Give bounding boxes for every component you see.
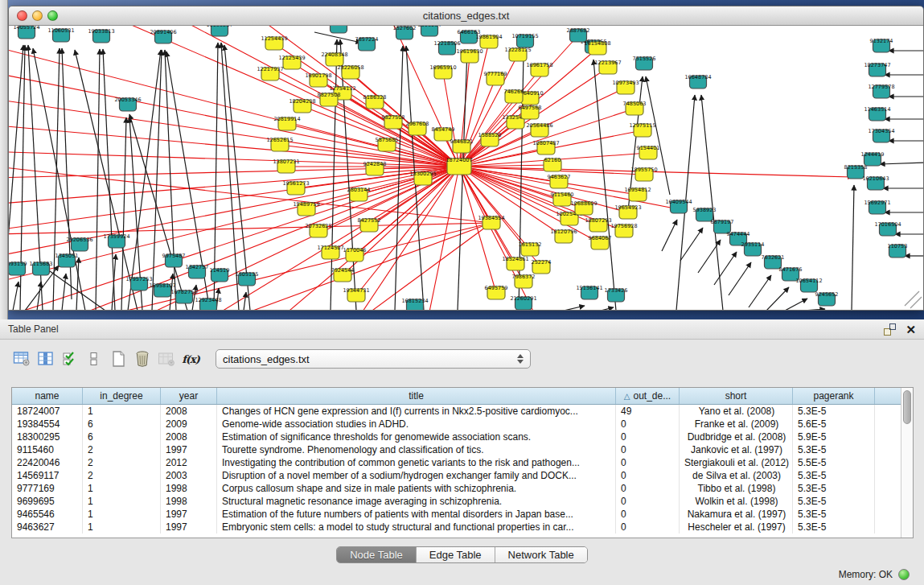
cited-node[interactable]: 18807293 <box>585 217 611 232</box>
table-row[interactable]: 1830029562008Estimation of significance … <box>12 431 901 443</box>
cited-node[interactable]: 19384554 <box>478 215 504 229</box>
citing-node[interactable]: 9975487 <box>162 253 186 267</box>
cited-node[interactable]: 746266 <box>504 89 524 103</box>
cited-node[interactable]: 23226058 <box>337 64 363 79</box>
citing-node[interactable]: 19033813 <box>88 28 114 43</box>
cited-node[interactable]: 19344731 <box>343 287 369 302</box>
table-row[interactable]: 1938455462009Genome-wide association stu… <box>12 418 901 431</box>
close-panel-icon[interactable]: ✕ <box>906 323 916 336</box>
cited-node[interactable]: 6497568 <box>519 105 542 119</box>
cited-node[interactable]: 8186328 <box>363 94 387 109</box>
cited-node[interactable]: 2967608 <box>406 121 429 135</box>
table-row[interactable]: 1456911722003Disruption of a novel membe… <box>12 469 901 482</box>
cited-node[interactable]: 9827508 <box>382 114 405 129</box>
unselect-rows-icon[interactable] <box>84 348 105 369</box>
citing-node[interactable]: 14055724 <box>13 26 39 39</box>
cited-node[interactable]: 252274 <box>532 259 552 274</box>
cited-node[interactable]: 12652615 <box>266 137 293 151</box>
citing-node[interactable]: 1505135 <box>236 271 259 286</box>
citing-node[interactable]: 7515526 <box>633 56 656 70</box>
citing-node[interactable]: 7857224 <box>355 36 379 51</box>
cited-node[interactable]: 20732625 <box>305 223 331 237</box>
cited-node[interactable]: 17124507 <box>317 245 343 259</box>
cited-node[interactable]: 7924544 <box>331 267 355 282</box>
citing-node[interactable]: 9132174 <box>870 38 893 52</box>
table-row[interactable]: 977716911998Corpus callosum shape and si… <box>12 482 901 495</box>
citing-node[interactable]: 8813054 <box>418 26 441 36</box>
cited-node[interactable]: 2803144 <box>347 187 371 201</box>
cited-node[interactable]: 18955750 <box>630 167 657 181</box>
cited-node[interactable]: 16120796 <box>550 229 577 243</box>
citing-node[interactable]: 114519 <box>210 267 230 282</box>
table-vertical-scrollbar[interactable] <box>901 388 913 538</box>
cited-node[interactable]: 18204208 <box>289 98 315 113</box>
column-header-name[interactable]: name <box>12 388 83 404</box>
cited-node[interactable]: 8827508 <box>318 92 341 106</box>
cited-node[interactable]: 9846821 <box>450 138 474 153</box>
cited-node[interactable]: 7986372 <box>512 274 536 288</box>
cited-node[interactable]: 5875685 <box>376 137 399 151</box>
table-row[interactable]: 946554611997Estimation of the future num… <box>12 508 901 521</box>
citing-node[interactable]: 10654112 <box>795 278 822 292</box>
citing-node[interactable]: 16210643 <box>862 175 889 190</box>
table-row[interactable]: 969969511998Structural magnetic resonanc… <box>12 495 901 508</box>
table-row[interactable]: 1872400712008Changes of HCN gene express… <box>12 405 901 418</box>
delete-column-icon[interactable] <box>132 348 153 369</box>
citing-node[interactable]: 21260291 <box>510 295 536 310</box>
cited-node[interactable]: 6495759 <box>485 285 508 299</box>
column-header-out_degree[interactable]: △out_de... <box>616 388 680 404</box>
citing-node[interactable]: 9245652 <box>815 291 839 306</box>
hub-node[interactable]: 18724007 <box>446 157 472 175</box>
citation-network-graph[interactable]: 1405572411060531190338132089140616055287… <box>9 26 924 311</box>
citing-node[interactable]: 1345051 <box>55 253 79 267</box>
cited-node[interactable]: 12975115 <box>629 122 655 137</box>
citing-node[interactable]: 1115683 <box>30 261 53 275</box>
cited-node[interactable]: 9777169 <box>484 71 507 85</box>
citing-node[interactable]: 15136141 <box>576 285 602 299</box>
citing-node[interactable]: 110753 <box>888 243 908 257</box>
citing-node[interactable]: 17304354 <box>868 128 894 142</box>
citing-node[interactable]: 15692971 <box>864 200 890 214</box>
cited-node[interactable]: 15489759 <box>293 201 319 216</box>
citing-node[interactable]: 20053346 <box>114 97 141 111</box>
cited-node[interactable]: 13228125 <box>504 47 531 61</box>
citing-node[interactable]: 16815234 <box>401 298 428 311</box>
cited-node[interactable]: 9463627 <box>548 174 571 188</box>
cited-node[interactable]: 19654923 <box>614 204 641 219</box>
column-header-in_degree[interactable]: in_degree <box>83 388 161 404</box>
scrollbar-thumb[interactable] <box>903 390 911 424</box>
citing-node[interactable]: 17016504 <box>874 221 901 236</box>
citing-node[interactable]: 1342757 <box>186 264 209 278</box>
cited-node[interactable]: 9242848 <box>363 161 387 175</box>
citing-node[interactable]: 20891406 <box>150 29 176 43</box>
cited-node[interactable]: 1615132 <box>519 241 542 256</box>
cited-node[interactable]: 9154401 <box>637 145 660 159</box>
control-panel-divider[interactable] <box>0 0 8 319</box>
cited-node[interactable]: 16965910 <box>429 64 456 79</box>
column-header-short[interactable]: short <box>680 388 793 404</box>
column-header-pagerank[interactable]: pagerank <box>793 388 875 404</box>
cited-node[interactable]: 19619630 <box>456 48 483 63</box>
cited-node[interactable]: 1170046 <box>343 247 367 262</box>
citing-node[interactable]: 393159 <box>9 261 27 275</box>
citing-node[interactable]: 10719155 <box>511 33 538 47</box>
citing-node[interactable]: 18273747 <box>864 62 890 76</box>
cited-node[interactable]: 19561273 <box>282 180 309 195</box>
new-column-icon[interactable] <box>108 348 129 369</box>
table-row[interactable]: 2242004622012Investigating the contribut… <box>12 456 901 469</box>
citing-node[interactable]: 12779578 <box>868 84 894 98</box>
select-all-rows-icon[interactable] <box>60 348 80 369</box>
citing-node[interactable]: 17359924 <box>103 233 129 248</box>
citing-node[interactable]: 10653287 <box>325 26 351 33</box>
tab-node-table[interactable]: Node Table <box>337 547 417 562</box>
cited-node[interactable]: 20819914 <box>273 116 300 130</box>
citing-node[interactable]: 16409544 <box>665 199 692 213</box>
citing-node[interactable]: 11463514 <box>864 106 890 121</box>
network-window-titlebar[interactable]: citations_edges.txt <box>9 6 923 26</box>
cited-node[interactable]: 10807487 <box>532 140 559 154</box>
cited-node[interactable]: 12213967 <box>594 60 621 74</box>
cited-node[interactable]: 19756928 <box>610 223 637 237</box>
cited-node[interactable]: 11254439 <box>261 35 287 50</box>
citing-node[interactable]: 16648784 <box>684 74 711 89</box>
table-row[interactable]: 911546021997Tourette syndrome. Phenomeno… <box>12 443 901 456</box>
